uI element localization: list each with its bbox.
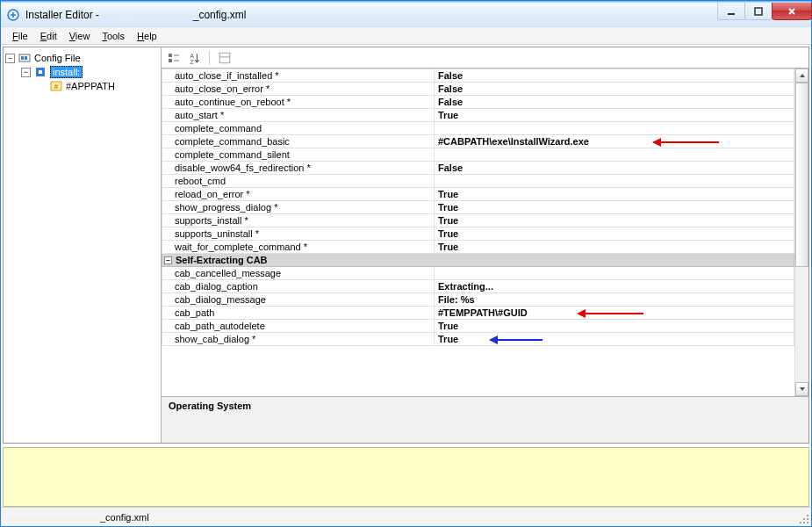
resize-grip-icon[interactable]: [797, 512, 809, 524]
property-key[interactable]: complete_command: [162, 122, 435, 135]
window-controls: [717, 3, 811, 20]
svg-rect-5: [25, 56, 27, 60]
table-row[interactable]: wait_for_complete_command *True: [162, 241, 794, 254]
property-value[interactable]: [435, 267, 794, 280]
alphabetical-button[interactable]: AZ: [186, 50, 202, 66]
property-toolbar: AZ: [162, 47, 808, 69]
property-key[interactable]: reboot_cmd: [162, 175, 435, 188]
property-key[interactable]: show_cab_dialog *: [162, 333, 435, 346]
table-row[interactable]: cab_dialog_captionExtracting...: [162, 280, 794, 293]
menu-file[interactable]: File: [6, 29, 34, 43]
table-row[interactable]: cab_dialog_messageFile: %s: [162, 293, 794, 307]
table-row[interactable]: auto_start *True: [162, 109, 794, 122]
table-row[interactable]: complete_command_basic#CABPATH\exe\Insta…: [162, 135, 794, 148]
property-value[interactable]: False: [435, 162, 794, 175]
property-key[interactable]: cab_cancelled_message: [162, 267, 435, 280]
property-key[interactable]: disable_wow64_fs_redirection *: [162, 162, 435, 175]
menu-help[interactable]: Help: [131, 29, 163, 43]
property-pages-button[interactable]: [217, 50, 233, 66]
property-value[interactable]: File: %s: [435, 293, 794, 307]
property-key[interactable]: cab_dialog_caption: [162, 280, 435, 293]
property-key[interactable]: auto_start *: [162, 109, 435, 122]
workspace: − Config File − install: # #APPPATH: [3, 47, 809, 444]
tree-apppath[interactable]: # #APPPATH: [5, 79, 159, 93]
table-row[interactable]: auto_continue_on_reboot *False: [162, 96, 794, 109]
menu-view[interactable]: View: [63, 29, 97, 43]
table-row[interactable]: complete_command: [162, 122, 794, 135]
property-value[interactable]: Extracting...: [435, 280, 794, 293]
red-arrow-annotation: [650, 136, 721, 148]
property-key[interactable]: wait_for_complete_command *: [162, 241, 435, 254]
property-value[interactable]: False: [435, 83, 794, 96]
property-value[interactable]: [435, 175, 794, 188]
table-row[interactable]: auto_close_if_installed *False: [162, 69, 794, 83]
tree-root-label: Config File: [34, 53, 81, 63]
property-key[interactable]: cab_path: [162, 307, 435, 320]
property-value[interactable]: True: [435, 333, 794, 346]
property-value[interactable]: True: [435, 214, 794, 227]
status-path-blur: ····· ··············· ·············: [6, 512, 100, 523]
tree-install[interactable]: − install:: [5, 65, 159, 79]
property-value[interactable]: #TEMPPATH\#GUID: [435, 307, 794, 320]
vertical-scrollbar[interactable]: [794, 69, 808, 396]
property-value[interactable]: True: [435, 320, 794, 333]
property-key[interactable]: auto_continue_on_reboot *: [162, 96, 435, 109]
window-title: Installer Editor - ········ ············…: [25, 9, 246, 21]
property-value[interactable]: True: [435, 227, 794, 241]
close-button[interactable]: [772, 3, 812, 20]
scroll-up-icon[interactable]: [795, 69, 808, 83]
property-key[interactable]: complete_command_basic: [162, 135, 435, 148]
table-row[interactable]: cab_path_autodeleteTrue: [162, 320, 794, 333]
expand-icon[interactable]: −: [21, 68, 31, 77]
scroll-thumb[interactable]: [795, 83, 808, 267]
menu-tools[interactable]: Tools: [96, 29, 131, 43]
property-key[interactable]: cab_path_autodelete: [162, 320, 435, 333]
minimize-button[interactable]: [717, 3, 745, 20]
expand-icon[interactable]: −: [5, 54, 15, 63]
toolbar-divider: [209, 51, 210, 65]
table-row[interactable]: cab_cancelled_message: [162, 267, 794, 280]
property-key[interactable]: auto_close_on_error *: [162, 83, 435, 96]
table-row[interactable]: show_progress_dialog *True: [162, 201, 794, 214]
property-key[interactable]: supports_install *: [162, 214, 435, 227]
table-row[interactable]: supports_uninstall *True: [162, 227, 794, 241]
collapse-icon[interactable]: −: [164, 256, 172, 264]
property-value[interactable]: True: [435, 109, 794, 122]
property-value[interactable]: False: [435, 96, 794, 109]
table-row[interactable]: supports_install *True: [162, 214, 794, 227]
menu-edit[interactable]: Edit: [34, 29, 63, 43]
property-key[interactable]: complete_command_silent: [162, 148, 435, 162]
app-icon: [6, 8, 20, 22]
property-value[interactable]: True: [435, 241, 794, 254]
table-row[interactable]: reboot_cmd: [162, 175, 794, 188]
property-key[interactable]: auto_close_if_installed *: [162, 69, 435, 83]
property-value[interactable]: True: [435, 201, 794, 214]
property-value[interactable]: False: [435, 69, 794, 83]
property-value[interactable]: [435, 122, 794, 135]
section-header[interactable]: −Self-Extracting CAB: [162, 254, 794, 267]
categorized-button[interactable]: [167, 50, 181, 66]
svg-text:Z: Z: [190, 58, 193, 64]
property-value[interactable]: #CABPATH\exe\InstallWizard.exe: [435, 135, 794, 148]
menubar: File Edit View Tools Help: [1, 27, 811, 45]
svg-point-21: [803, 522, 805, 523]
property-key[interactable]: show_progress_dialog *: [162, 201, 435, 214]
property-key[interactable]: supports_uninstall *: [162, 227, 435, 241]
scroll-down-icon[interactable]: [795, 382, 808, 396]
table-row[interactable]: reload_on_error *True: [162, 188, 794, 201]
table-row[interactable]: disable_wow64_fs_redirection *False: [162, 162, 794, 175]
maximize-button[interactable]: [744, 3, 772, 20]
property-value[interactable]: [435, 148, 794, 162]
table-row[interactable]: −Self-Extracting CAB: [162, 254, 794, 267]
titlebar: Installer Editor - ········ ············…: [1, 3, 811, 27]
property-value[interactable]: True: [435, 188, 794, 201]
svg-point-20: [807, 522, 808, 523]
table-row[interactable]: show_cab_dialog *True: [162, 333, 794, 346]
table-row[interactable]: complete_command_silent: [162, 148, 794, 162]
tree-root[interactable]: − Config File: [5, 51, 159, 65]
table-row[interactable]: cab_path#TEMPPATH\#GUID: [162, 307, 794, 320]
svg-point-25: [807, 515, 808, 516]
property-key[interactable]: cab_dialog_message: [162, 293, 435, 307]
property-key[interactable]: reload_on_error *: [162, 188, 435, 201]
table-row[interactable]: auto_close_on_error *False: [162, 83, 794, 96]
